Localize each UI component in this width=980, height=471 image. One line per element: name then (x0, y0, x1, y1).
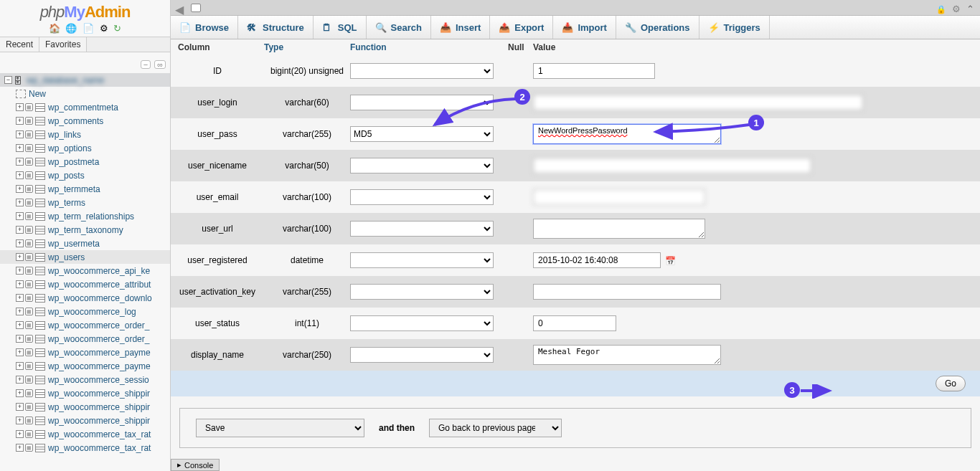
quicklink-icon[interactable]: ▦ (25, 253, 33, 261)
tab-search[interactable]: 🔍Search (367, 16, 431, 39)
quicklink-icon[interactable]: ▦ (25, 417, 33, 424)
console-tab[interactable]: ▸ Console (171, 459, 220, 471)
tab-triggers[interactable]: ⚡Triggers (699, 16, 770, 39)
tree-table-row[interactable]: +▦wp_woocommerce_order_ (0, 332, 170, 346)
quicklink-icon[interactable]: ▦ (25, 403, 33, 411)
tree-table-row[interactable]: +▦wp_woocommerce_sessio (0, 373, 170, 386)
toggle-icon[interactable]: + (16, 130, 24, 138)
collapse-topbar-icon[interactable] (966, 2, 974, 15)
quicklink-icon[interactable]: ▦ (25, 158, 33, 166)
function-select[interactable] (350, 221, 494, 237)
tree-table-row[interactable]: +▦wp_woocommerce_api_ke (0, 264, 170, 277)
tree-table-row[interactable]: +▦wp_term_relationships (0, 209, 170, 223)
tree-table-row[interactable]: +▦wp_woocommerce_payme (0, 359, 170, 373)
toggle-icon[interactable]: + (16, 348, 24, 356)
toggle-icon[interactable]: − (4, 76, 12, 84)
tree-table-row[interactable]: +▦wp_comments (0, 114, 170, 128)
favorites-tab[interactable]: Favorites (39, 37, 87, 52)
toggle-icon[interactable]: + (16, 103, 24, 111)
function-select[interactable] (350, 284, 494, 300)
logout-icon[interactable]: 🌐 (65, 23, 77, 34)
tree-table-row[interactable]: +▦wp_commentmeta (0, 100, 170, 114)
function-select[interactable]: MD5 (350, 126, 494, 142)
value-textarea[interactable]: NewWordPressPassword (533, 124, 721, 144)
tab-browse[interactable]: 📄Browse (171, 16, 238, 39)
home-icon[interactable]: 🏠 (49, 23, 60, 34)
quicklink-icon[interactable]: ▦ (25, 335, 33, 343)
toggle-icon[interactable]: + (16, 362, 24, 370)
function-select[interactable] (350, 347, 494, 363)
quicklink-icon[interactable]: ▦ (25, 267, 33, 275)
tree-table-row[interactable]: +▦wp_posts (0, 168, 170, 182)
recent-tab[interactable]: Recent (0, 37, 39, 52)
server-icon[interactable] (191, 4, 201, 12)
tree-table-row[interactable]: +▦wp_postmeta (0, 155, 170, 168)
calendar-icon[interactable]: 📅 (665, 256, 676, 266)
toggle-icon[interactable]: + (16, 185, 24, 193)
toggle-icon[interactable]: + (16, 226, 24, 234)
quicklink-icon[interactable]: ▦ (25, 226, 33, 234)
tab-import[interactable]: 📥Import (553, 16, 616, 39)
toggle-icon[interactable]: + (16, 239, 24, 247)
tree-link-icon[interactable]: ∞ (154, 60, 166, 69)
tab-operations[interactable]: 🔧Operations (616, 16, 699, 39)
toggle-icon[interactable]: + (16, 444, 24, 452)
tree-table-row[interactable]: +▦wp_woocommerce_shippir (0, 400, 170, 414)
toggle-icon[interactable]: + (16, 267, 24, 275)
tree-table-row[interactable]: +▦wp_woocommerce_shippir (0, 414, 170, 427)
quicklink-icon[interactable]: ▦ (25, 294, 33, 302)
toggle-icon[interactable]: + (16, 199, 24, 206)
quicklink-icon[interactable]: ▦ (25, 389, 33, 397)
function-select[interactable] (350, 95, 494, 110)
tree-table-row[interactable]: +▦wp_woocommerce_shippir (0, 386, 170, 400)
quicklink-icon[interactable]: ▦ (25, 185, 33, 193)
tree-new-row[interactable]: New (0, 87, 170, 100)
toggle-icon[interactable]: + (16, 144, 24, 152)
tree-table-row[interactable]: +▦wp_woocommerce_tax_rat (0, 427, 170, 441)
value-input[interactable] (533, 95, 863, 110)
toggle-icon[interactable]: + (16, 321, 24, 329)
toggle-icon[interactable]: + (16, 158, 24, 166)
tree-table-row[interactable]: +▦wp_woocommerce_payme (0, 346, 170, 359)
value-input[interactable] (533, 284, 721, 300)
reload-icon[interactable]: ↻ (113, 23, 121, 34)
value-input[interactable] (533, 63, 655, 79)
value-input[interactable] (533, 189, 705, 205)
tab-insert[interactable]: 📥Insert (431, 16, 490, 39)
value-input[interactable] (533, 252, 661, 268)
db-tree[interactable]: − 🗄 wp_database_name New +▦wp_commentmet… (0, 73, 170, 471)
quicklink-icon[interactable]: ▦ (25, 362, 33, 370)
function-select[interactable] (350, 315, 494, 331)
tree-table-row[interactable]: +▦wp_terms (0, 196, 170, 209)
toggle-icon[interactable]: + (16, 430, 24, 438)
quicklink-icon[interactable]: ▦ (25, 280, 33, 288)
value-input[interactable] (533, 315, 616, 331)
quicklink-icon[interactable]: ▦ (25, 212, 33, 220)
goback-select[interactable]: Go back to previous page (429, 419, 562, 437)
tree-table-row[interactable]: +▦wp_woocommerce_downlo (0, 291, 170, 305)
settings-gear-icon[interactable] (952, 2, 961, 15)
tree-collapse-icon[interactable]: − (141, 60, 151, 69)
nav-left-arrow-icon[interactable]: ◀ (175, 3, 185, 13)
value-textarea[interactable]: Mesheal Fegor (533, 345, 721, 365)
docs-icon[interactable]: 📄 (83, 23, 94, 34)
toggle-icon[interactable]: + (16, 171, 24, 179)
tree-table-row[interactable]: +▦wp_usermeta (0, 237, 170, 250)
tree-table-row[interactable]: +▦wp_users (0, 250, 170, 264)
quicklink-icon[interactable]: ▦ (25, 117, 33, 125)
tree-table-row[interactable]: +▦wp_term_taxonomy (0, 223, 170, 237)
tree-table-row[interactable]: +▦wp_options (0, 141, 170, 155)
function-select[interactable] (350, 158, 494, 173)
toggle-icon[interactable]: + (16, 417, 24, 424)
quicklink-icon[interactable]: ▦ (25, 308, 33, 315)
value-input[interactable] (533, 158, 811, 173)
toggle-icon[interactable]: + (16, 280, 24, 288)
toggle-icon[interactable]: + (16, 335, 24, 343)
toggle-icon[interactable]: + (16, 212, 24, 220)
go-button[interactable]: Go (936, 376, 966, 391)
toggle-icon[interactable]: + (16, 117, 24, 125)
quicklink-icon[interactable]: ▦ (25, 444, 33, 452)
quicklink-icon[interactable]: ▦ (25, 321, 33, 329)
toggle-icon[interactable]: + (16, 376, 24, 384)
toggle-icon[interactable]: + (16, 294, 24, 302)
